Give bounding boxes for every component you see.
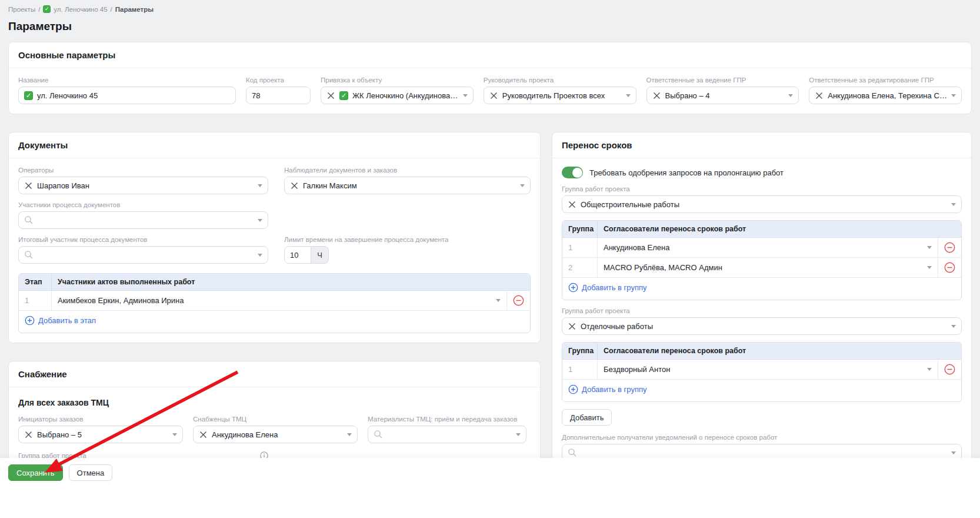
work-group-select-1[interactable]: Общестроительные работы	[562, 195, 962, 213]
doc-participants-field: Участники процесса документов	[18, 201, 268, 229]
approvers-table-1: Группа Согласователи переноса сроков раб…	[562, 220, 962, 300]
chevron-down-icon	[258, 219, 262, 222]
gpr-keepers-field: Ответственные за ведение ГПР Выбрано – 4	[646, 77, 799, 104]
checkbox-icon: ✓	[24, 91, 33, 100]
breadcrumb-current: Параметры	[115, 6, 154, 13]
stages-table-header: Этап Участники актов выполненных работ	[19, 274, 530, 291]
search-icon	[24, 250, 34, 260]
stage-members-select[interactable]: Акимбеков Еркин, Админова Ирина	[52, 291, 506, 310]
plus-circle-icon	[568, 384, 578, 394]
clear-icon[interactable]	[199, 430, 208, 439]
chevron-down-icon	[172, 433, 177, 436]
work-group-select-2[interactable]: Отделочные работы	[562, 317, 962, 335]
remove-row-icon[interactable]	[944, 364, 955, 375]
project-manager-select[interactable]: Руководитель Проектов всех	[484, 87, 636, 104]
documents-card: Документы Операторы Шарапов Иван	[8, 132, 541, 343]
breadcrumb-projects-link[interactable]: Проекты	[8, 6, 35, 13]
table-row: 1 Бездворный Антон	[562, 360, 961, 380]
suppliers-field: Снабженцы ТМЦ Анкудинова Елена	[193, 416, 358, 443]
project-code-field: Код проекта 78	[246, 77, 311, 104]
breadcrumb-separator: /	[38, 6, 40, 13]
materialists-search-select[interactable]	[368, 426, 526, 443]
chevron-down-icon	[927, 246, 932, 249]
search-icon	[24, 215, 34, 225]
clear-icon[interactable]	[24, 430, 33, 439]
checkbox-icon: ✓	[339, 91, 348, 100]
recipients-label: Дополнительные получатели уведомлений о …	[562, 434, 962, 441]
table-row: 1 Акимбеков Еркин, Админова Ирина	[19, 291, 530, 311]
table-row: 1 Анкудинова Елена	[562, 238, 961, 258]
chevron-down-icon	[463, 94, 468, 97]
parameters-page: Проекты / ✓ ул. Леночкино 45 / Параметры…	[0, 0, 980, 490]
suppliers-select[interactable]: Анкудинова Елена	[193, 426, 358, 443]
add-to-group-link[interactable]: Добавить в группу	[568, 283, 647, 293]
chevron-down-icon	[951, 451, 956, 454]
clear-icon[interactable]	[326, 91, 335, 100]
search-icon	[568, 448, 577, 457]
plus-circle-icon	[568, 283, 578, 293]
chevron-down-icon	[927, 368, 932, 371]
chevron-down-icon	[951, 94, 956, 97]
reschedule-card: Перенос сроков Требовать одобрения запро…	[552, 132, 972, 490]
clear-icon[interactable]	[815, 91, 824, 100]
chevron-down-icon	[258, 184, 262, 187]
approver-select[interactable]: MACRO Рублёва, MACRO Админ	[598, 258, 938, 277]
cancel-button[interactable]: Отмена	[69, 464, 113, 481]
project-name-field: Название ✓ ул. Леночкино 45	[18, 77, 236, 104]
breadcrumb: Проекты / ✓ ул. Леночкино 45 / Параметры	[8, 0, 972, 13]
breadcrumb-separator: /	[111, 6, 112, 13]
project-name-input[interactable]: ✓ ул. Леночкино 45	[18, 87, 236, 104]
breadcrumb-project-link[interactable]: ул. Леночкино 45	[54, 6, 107, 13]
order-initiators-select[interactable]: Выбрано – 5	[18, 426, 183, 443]
final-participant-search-select[interactable]	[18, 246, 268, 264]
doc-participants-search-select[interactable]	[18, 211, 268, 229]
supply-title: Снабжение	[9, 361, 540, 387]
chevron-down-icon	[927, 266, 932, 269]
approvers-table-header: Группа Согласователи переноса сроков раб…	[562, 221, 961, 238]
watchers-select[interactable]: Галкин Максим	[284, 177, 531, 194]
chevron-down-icon	[516, 433, 521, 436]
object-binding-select[interactable]: ✓ ЖК Леночкино (Анкудинова, ...	[321, 87, 474, 104]
chevron-down-icon	[520, 184, 525, 187]
remove-row-icon[interactable]	[944, 242, 955, 253]
clear-icon[interactable]	[489, 91, 498, 100]
project-manager-field: Руководитель проекта Руководитель Проект…	[484, 77, 636, 104]
materialists-field: Материалисты ТМЦ: приём и передача заказ…	[368, 416, 526, 443]
add-group-button[interactable]: Добавить	[562, 409, 612, 426]
add-to-group-link[interactable]: Добавить в группу	[568, 384, 647, 394]
remove-row-icon[interactable]	[944, 262, 955, 273]
object-binding-field: Привязка к объекту ✓ ЖК Леночкино (Анкуд…	[321, 77, 474, 104]
approver-select[interactable]: Бездворный Антон	[598, 360, 938, 379]
work-group-label: Группа работ проекта	[562, 185, 962, 192]
require-approval-toggle[interactable]	[562, 167, 583, 178]
chevron-down-icon	[496, 299, 501, 302]
stages-table: Этап Участники актов выполненных работ 1…	[18, 273, 531, 333]
chevron-down-icon	[258, 254, 262, 257]
add-stage-link[interactable]: Добавить в этап	[25, 316, 96, 326]
plus-circle-icon	[25, 316, 35, 326]
table-row: 2 MACRO Рублёва, MACRO Админ	[562, 258, 961, 278]
approver-select[interactable]: Анкудинова Елена	[598, 238, 938, 257]
project-checkbox-icon: ✓	[43, 5, 51, 13]
time-limit-input[interactable]: 10	[284, 246, 311, 264]
clear-icon[interactable]	[290, 181, 299, 190]
gpr-editors-field: Ответственные за редактирование ГПР Анку…	[809, 77, 962, 104]
operators-select[interactable]: Шарапов Иван	[18, 177, 268, 194]
gpr-editors-select[interactable]: Анкудинова Елена, Терехина Са...	[809, 87, 962, 104]
save-button[interactable]: Сохранить	[8, 464, 63, 481]
remove-row-icon[interactable]	[513, 295, 524, 306]
clear-icon[interactable]	[24, 181, 33, 190]
clear-icon[interactable]	[568, 322, 576, 331]
supply-subtitle: Для всех заказов ТМЦ	[18, 398, 531, 407]
clear-icon[interactable]	[652, 91, 661, 100]
footer-bar: Сохранить Отмена	[0, 458, 980, 518]
main-params-card: Основные параметры Название ✓ ул. Леночк…	[8, 42, 972, 114]
order-initiators-field: Инициаторы заказов Выбрано – 5	[18, 416, 183, 443]
documents-title: Документы	[9, 132, 540, 158]
chevron-down-icon	[951, 203, 956, 206]
clear-icon[interactable]	[568, 200, 576, 209]
approvers-table-header: Группа Согласователи переноса сроков раб…	[562, 343, 961, 360]
project-code-input[interactable]: 78	[246, 87, 311, 104]
chevron-down-icon	[626, 94, 631, 97]
gpr-keepers-select[interactable]: Выбрано – 4	[646, 87, 799, 104]
